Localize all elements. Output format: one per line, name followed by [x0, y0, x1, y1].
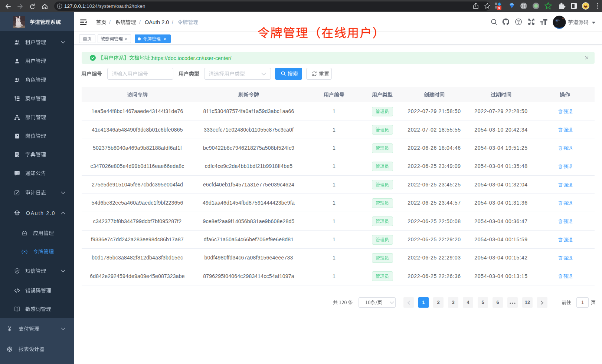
- svg-text:9: 9: [498, 6, 500, 10]
